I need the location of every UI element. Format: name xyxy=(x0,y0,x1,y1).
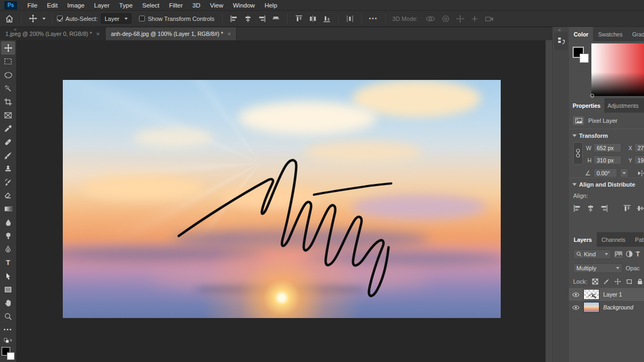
move-tool-preset-icon[interactable] xyxy=(29,14,37,23)
background-thumbnail[interactable] xyxy=(583,302,599,313)
color-cursor[interactable] xyxy=(590,94,594,98)
crop-tool[interactable] xyxy=(1,95,15,108)
align-left-button[interactable] xyxy=(573,204,581,212)
close-tab-icon[interactable]: × xyxy=(96,31,99,37)
pen-tool[interactable] xyxy=(1,242,15,256)
tab-color[interactable]: Color xyxy=(569,27,593,41)
auto-select-target-dropdown[interactable]: Layer xyxy=(101,13,132,24)
color-picker-field[interactable] xyxy=(591,43,644,96)
filter-image-icon[interactable] xyxy=(614,251,623,257)
flip-horizontal-icon[interactable] xyxy=(638,170,644,176)
hand-tool[interactable] xyxy=(1,296,15,309)
lock-position-icon[interactable] xyxy=(614,278,621,285)
menu-layer[interactable]: Layer xyxy=(89,0,114,11)
eraser-tool[interactable] xyxy=(1,189,15,202)
tool-preset-caret[interactable] xyxy=(42,18,46,20)
quick-selection-tool[interactable] xyxy=(1,82,15,95)
menu-3d[interactable]: 3D xyxy=(188,0,206,11)
menu-type[interactable]: Type xyxy=(114,0,137,11)
home-icon[interactable] xyxy=(5,15,13,23)
blur-tool[interactable] xyxy=(1,216,15,229)
visibility-eye-icon[interactable] xyxy=(572,305,580,310)
tab-paths[interactable]: Paths xyxy=(630,232,644,247)
layer-name[interactable]: Layer 1 xyxy=(603,291,622,298)
tab-channels[interactable]: Channels xyxy=(597,232,630,247)
x-input[interactable]: 274 xyxy=(634,143,644,152)
more-options-icon[interactable]: ••• xyxy=(369,16,378,21)
tab-gradients[interactable]: Gradients xyxy=(627,27,644,41)
menu-select[interactable]: Select xyxy=(137,0,164,11)
height-input[interactable]: 310 px xyxy=(594,156,621,165)
align-section-header[interactable]: Align and Distribute xyxy=(569,178,644,191)
background-color-swatch[interactable] xyxy=(7,352,14,360)
frame-tool[interactable] xyxy=(1,108,15,122)
tab-adjustments[interactable]: Adjustments xyxy=(604,98,642,113)
foreground-background-swatches[interactable] xyxy=(2,347,14,360)
type-tool[interactable]: T xyxy=(1,256,15,269)
filter-kind-dropdown[interactable]: Kind xyxy=(573,249,611,259)
distribute-top-edges-icon[interactable] xyxy=(295,15,303,23)
dodge-tool[interactable] xyxy=(1,229,15,242)
layer-row-background[interactable]: Background xyxy=(569,301,644,314)
tab-libraries[interactable]: Li xyxy=(642,98,644,113)
align-right-button[interactable] xyxy=(600,204,608,212)
transform-section-header[interactable]: Transform xyxy=(569,129,644,142)
width-input[interactable]: 652 px xyxy=(594,143,621,152)
align-right-edges-icon[interactable] xyxy=(258,15,266,23)
close-tab-icon[interactable]: × xyxy=(228,31,231,37)
tab-layers[interactable]: Layers xyxy=(569,232,597,247)
history-brush-tool[interactable] xyxy=(1,175,15,189)
lock-artboard-icon[interactable] xyxy=(626,278,632,285)
link-wh-button[interactable] xyxy=(573,142,583,165)
distribute-spacing-icon[interactable] xyxy=(346,15,354,23)
lock-all-icon[interactable] xyxy=(637,278,643,285)
marquee-tool[interactable] xyxy=(1,55,15,68)
gradient-tool[interactable] xyxy=(1,202,15,216)
angle-dropdown[interactable] xyxy=(620,168,628,178)
canvas-workspace[interactable] xyxy=(16,40,545,362)
lock-transparency-icon[interactable] xyxy=(592,278,598,285)
distribute-bottom-edges-icon[interactable] xyxy=(323,15,331,23)
layer1-thumbnail[interactable] xyxy=(583,289,599,300)
tab-properties[interactable]: Properties xyxy=(569,98,604,113)
menu-file[interactable]: File xyxy=(23,0,42,11)
filter-adjustment-icon[interactable] xyxy=(626,250,633,257)
background-color-swatch[interactable] xyxy=(580,54,589,63)
rectangle-tool[interactable] xyxy=(1,283,15,296)
y-input[interactable]: 193 xyxy=(634,156,644,165)
path-selection-tool[interactable] xyxy=(1,269,15,283)
align-left-edges-icon[interactable] xyxy=(230,15,238,23)
default-colors-button[interactable] xyxy=(1,336,15,346)
lock-pixels-icon[interactable] xyxy=(603,278,610,285)
document-tab-2[interactable]: anh-dep-68.jpg @ 100% (Layer 1, RGB/8#) … xyxy=(106,27,237,40)
history-panel-button[interactable] xyxy=(554,32,568,50)
brush-tool[interactable] xyxy=(1,149,15,162)
move-tool[interactable] xyxy=(1,41,15,55)
layer-name[interactable]: Background xyxy=(603,304,633,311)
align-vertical-centers-icon[interactable] xyxy=(272,15,280,23)
distribute-horizontal-centers-icon[interactable] xyxy=(309,15,317,23)
menu-window[interactable]: Window xyxy=(228,0,260,11)
visibility-eye-icon[interactable] xyxy=(572,292,580,297)
edit-toolbar-button[interactable]: ••• xyxy=(1,323,15,336)
eyedropper-tool[interactable] xyxy=(1,122,15,135)
menu-help[interactable]: Help xyxy=(260,0,282,11)
tab-swatches[interactable]: Swatches xyxy=(593,27,627,41)
menu-edit[interactable]: Edit xyxy=(42,0,63,11)
align-horizontal-centers-icon[interactable] xyxy=(244,15,252,23)
angle-input[interactable]: 0.00° xyxy=(594,168,617,178)
align-top-button[interactable] xyxy=(623,204,631,212)
align-center-button[interactable] xyxy=(587,204,595,212)
color-swatch-pair[interactable] xyxy=(573,47,589,63)
canvas-vertical-scrollbar[interactable] xyxy=(545,40,552,362)
collapse-toolbar-icon[interactable]: « xyxy=(14,27,17,32)
zoom-tool[interactable] xyxy=(1,309,15,323)
lasso-tool[interactable] xyxy=(1,68,15,82)
menu-view[interactable]: View xyxy=(205,0,228,11)
clone-stamp-tool[interactable] xyxy=(1,162,15,175)
menu-image[interactable]: Image xyxy=(62,0,89,11)
layer-row-layer1[interactable]: Layer 1 xyxy=(569,288,644,301)
show-transform-checkbox[interactable] xyxy=(139,16,145,21)
auto-select-checkbox[interactable] xyxy=(57,16,63,21)
filter-type-icon[interactable]: T xyxy=(636,251,640,257)
